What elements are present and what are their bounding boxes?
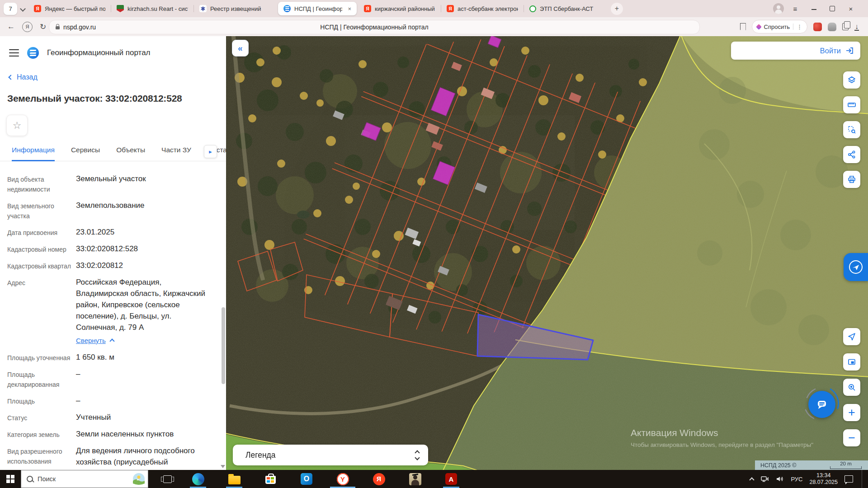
back-icon[interactable]: ← (7, 22, 15, 31)
field-row: Кадастровый номер33:02:020812:528 (7, 243, 208, 254)
mini-map-button[interactable] (843, 353, 860, 371)
zoom-out-button[interactable] (843, 429, 860, 446)
url-text: nspd.gov.ru (63, 23, 96, 31)
field-row: Площадь уточненная1 650 кв. м (7, 352, 208, 363)
tab-services[interactable]: Сервисы (71, 146, 100, 161)
map-tools-bottom (843, 328, 860, 446)
tab-label: Реестр извещений (210, 5, 271, 12)
attribution-text: НСПД 2025 © (760, 462, 796, 469)
browser-menu-icon[interactable]: ≡ (788, 5, 802, 13)
yandex-browser-app-icon[interactable]: Y (325, 470, 361, 488)
tray-expand-icon[interactable] (750, 477, 755, 482)
tab-label: kirzhach.su Reart - систем (127, 5, 188, 12)
extension-icon-gray[interactable] (828, 23, 836, 31)
scrollbar-down-arrow[interactable] (221, 465, 225, 468)
tab-parts[interactable]: Части ЗУ (161, 146, 191, 161)
close-window-icon[interactable]: × (844, 5, 858, 13)
collapse-address-link[interactable]: Свернуть (76, 335, 208, 346)
login-label: Войти (820, 47, 841, 55)
tabs-copy-icon[interactable] (842, 23, 849, 30)
more-options-icon[interactable]: ⋮ (797, 23, 802, 30)
task-view-button[interactable] (155, 470, 180, 488)
network-icon[interactable] (760, 475, 769, 483)
eagle-crest-icon (199, 5, 207, 12)
clock[interactable]: 13:34 28.07.2025 (809, 472, 838, 486)
tab-counter[interactable]: 7 (4, 3, 17, 15)
chat-support-button[interactable] (808, 391, 835, 418)
scrollbar-thumb[interactable] (222, 307, 225, 384)
map-canvas[interactable]: « Войти (226, 36, 868, 470)
extension-icon-red[interactable] (813, 23, 822, 31)
yandex-home-icon[interactable]: Я (22, 22, 33, 32)
tab-objects[interactable]: Объекты (116, 146, 145, 161)
browser-tab-yandex-search[interactable]: Я Яндекс — быстрый поиск (28, 0, 111, 17)
browser-tab-strip: 7 Я Яндекс — быстрый поиск kirzhach.su R… (0, 0, 868, 17)
url-field[interactable]: nspd.gov.ru НСПД | Геоинформационный пор… (49, 20, 700, 34)
windows-logo-icon (6, 475, 14, 483)
browser-tab-etp-sberbank[interactable]: ЭТП Сбербанк-АСТ (524, 0, 606, 17)
profile-avatar[interactable] (773, 3, 784, 14)
print-button[interactable] (843, 171, 860, 188)
collapse-panel-button[interactable]: « (232, 40, 249, 56)
volume-icon[interactable] (776, 475, 784, 483)
search-location-button[interactable] (843, 379, 860, 396)
start-button[interactable] (0, 470, 21, 488)
legend-label: Легенда (245, 450, 276, 460)
back-link[interactable]: Назад (9, 73, 226, 81)
select-area-search-button[interactable] (843, 121, 860, 138)
field-row: Площадь декларированная– (7, 368, 208, 389)
address-value: Российская Федерация, Владимирская облас… (76, 278, 205, 332)
zoom-in-button[interactable] (843, 404, 860, 421)
tabs-scroll-right-button[interactable]: ▸ (204, 145, 217, 158)
field-row: Площадь– (7, 395, 208, 406)
refresh-icon[interactable]: ↻ (40, 22, 46, 32)
field-row: Вид разрешенного использованияДля ведени… (7, 445, 208, 470)
microsoft-store-app-icon[interactable] (252, 470, 288, 488)
language-indicator[interactable]: РУС (791, 476, 802, 483)
show-desktop-button[interactable] (862, 470, 864, 488)
file-explorer-app-icon[interactable] (216, 470, 252, 488)
downloads-icon[interactable]: ↓ (854, 23, 859, 31)
minimize-window-icon[interactable] (807, 5, 821, 13)
menu-icon[interactable] (9, 49, 19, 57)
kirzhach-shield-icon (117, 5, 124, 12)
field-row-address: Адрес Российская Федерация, Владимирская… (7, 277, 208, 346)
yandex-app-icon[interactable]: Я (361, 470, 397, 488)
browser-tab-kirzhach[interactable]: kirzhach.su Reart - систем (111, 0, 193, 17)
taskbar-search-box[interactable]: Поиск (21, 470, 148, 488)
chevron-down-icon[interactable] (20, 6, 26, 12)
measure-ruler-button[interactable] (843, 96, 860, 113)
acrobat-app-icon[interactable]: A (433, 470, 469, 488)
outlook-app-icon[interactable]: O (288, 470, 325, 488)
field-row: Кадастровый квартал33:02:020812 (7, 260, 208, 271)
action-center-icon[interactable] (844, 475, 853, 483)
nspd-portal-icon (283, 5, 291, 12)
browser-address-bar: ← Я ↻ nspd.gov.ru НСПД | Геоинформационн… (0, 17, 868, 37)
browser-tab-ast-sberbank[interactable]: Я аст-сбербанк электронна (441, 0, 524, 17)
sidebar-scrollbar[interactable] (221, 36, 226, 470)
new-tab-button[interactable]: + (611, 3, 623, 15)
search-highlight-icon[interactable] (132, 473, 145, 485)
browser-tab-nspd-active[interactable]: НСПД | Геоинформаци × (278, 2, 357, 15)
ask-ai-button[interactable]: Спросить ⋮ (752, 20, 807, 33)
favorite-star-button[interactable]: ☆ (6, 115, 28, 136)
search-placeholder: Поиск (38, 475, 56, 483)
geolocation-button[interactable] (843, 328, 860, 345)
bookmark-icon[interactable] (740, 23, 746, 30)
user-photo-app-icon[interactable] (397, 470, 433, 488)
close-tab-icon[interactable]: × (348, 5, 351, 12)
share-button[interactable] (843, 146, 860, 163)
yandex-icon: Я (447, 5, 454, 12)
browser-tab-court[interactable]: Я киржачский районный су (359, 0, 441, 17)
login-bar[interactable]: Войти (731, 42, 860, 60)
field-row: Вид объекта недвижимостиЗемельный участо… (7, 173, 208, 194)
tab-label: ЭТП Сбербанк-АСТ (540, 5, 601, 12)
legend-bar[interactable]: Легенда (233, 445, 428, 465)
browser-tab-reestr[interactable]: Реестр извещений (194, 0, 276, 17)
edge-app-icon[interactable] (180, 470, 216, 488)
restore-window-icon[interactable] (825, 5, 840, 13)
field-row: СтатусУчтенный (7, 412, 208, 423)
tab-information[interactable]: Информация (12, 146, 55, 161)
assistant-bubble-button[interactable] (844, 253, 868, 281)
layers-button[interactable] (843, 71, 860, 89)
